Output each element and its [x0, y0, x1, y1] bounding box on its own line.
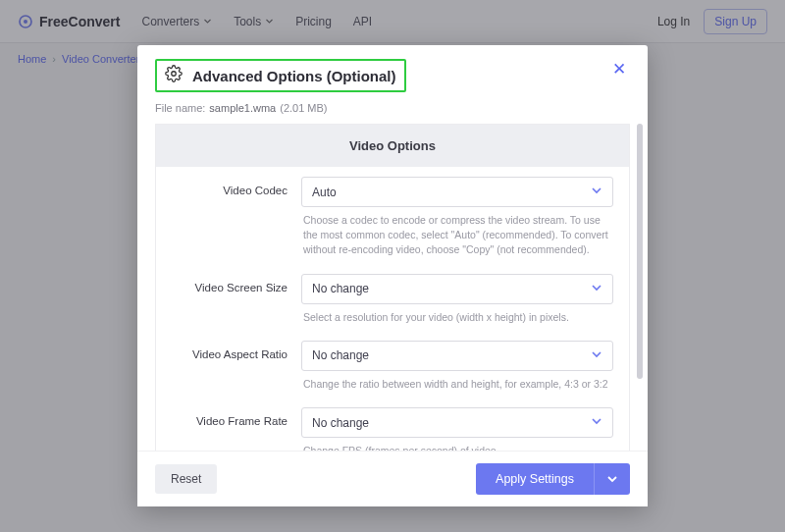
apply-button-group: Apply Settings — [476, 463, 630, 495]
field-video-frame-rate: Video Frame Rate No change Change FPS (f… — [156, 398, 629, 451]
advanced-options-modal: Advanced Options (Optional) ✕ File name:… — [137, 45, 648, 506]
options-scroll-area: Video Options Video Codec Auto Choose a … — [137, 124, 648, 451]
close-icon[interactable]: ✕ — [608, 59, 630, 80]
field-label: Video Screen Size — [172, 274, 288, 331]
chevron-down-icon — [606, 473, 618, 485]
field-label: Video Codec — [172, 177, 288, 264]
field-body: No change Change the ratio between width… — [301, 341, 613, 398]
video-options-header: Video Options — [156, 125, 629, 167]
file-info: File name: sample1.wma (2.01 MB) — [137, 96, 648, 124]
svg-point-2 — [172, 72, 177, 77]
video-codec-select[interactable]: Auto — [301, 177, 613, 207]
video-screen-size-select[interactable]: No change — [301, 274, 613, 304]
field-label: Video Frame Rate — [172, 407, 288, 451]
chevron-down-icon — [591, 415, 602, 430]
file-label: File name: — [155, 102, 205, 114]
field-help: Select a resolution for your video (widt… — [301, 304, 613, 331]
field-help: Change the ratio between width and heigh… — [301, 371, 613, 398]
modal-footer: Reset Apply Settings — [137, 451, 648, 506]
select-value: Auto — [312, 186, 337, 199]
field-video-codec: Video Codec Auto Choose a codec to encod… — [156, 167, 629, 264]
chevron-down-icon — [591, 348, 602, 363]
modal-header: Advanced Options (Optional) ✕ — [137, 45, 648, 96]
chevron-down-icon — [591, 282, 602, 296]
field-video-screen-size: Video Screen Size No change Select a res… — [156, 264, 629, 331]
select-value: No change — [312, 282, 369, 295]
file-size: (2.01 MB) — [280, 102, 327, 114]
field-help: Choose a codec to encode or compress the… — [301, 207, 613, 264]
field-video-aspect-ratio: Video Aspect Ratio No change Change the … — [156, 331, 629, 398]
select-value: No change — [312, 416, 369, 430]
field-help: Change FPS (frames per second) of video — [301, 438, 613, 451]
file-name: sample1.wma — [209, 102, 276, 114]
modal-title-highlight: Advanced Options (Optional) — [155, 59, 406, 92]
apply-settings-button[interactable]: Apply Settings — [476, 463, 594, 495]
gear-icon — [165, 65, 183, 86]
field-body: No change Change FPS (frames per second)… — [301, 407, 613, 451]
options-inner[interactable]: Video Options Video Codec Auto Choose a … — [155, 124, 630, 451]
select-value: No change — [312, 348, 369, 362]
video-aspect-ratio-select[interactable]: No change — [301, 341, 613, 371]
field-body: Auto Choose a codec to encode or compres… — [301, 177, 613, 264]
video-frame-rate-select[interactable]: No change — [301, 407, 613, 438]
field-body: No change Select a resolution for your v… — [301, 274, 613, 331]
chevron-down-icon — [591, 185, 602, 199]
apply-dropdown-button[interactable] — [594, 463, 630, 495]
reset-button[interactable]: Reset — [155, 464, 217, 494]
scrollbar[interactable] — [637, 124, 643, 379]
modal-title: Advanced Options (Optional) — [192, 68, 396, 84]
field-label: Video Aspect Ratio — [172, 341, 288, 398]
